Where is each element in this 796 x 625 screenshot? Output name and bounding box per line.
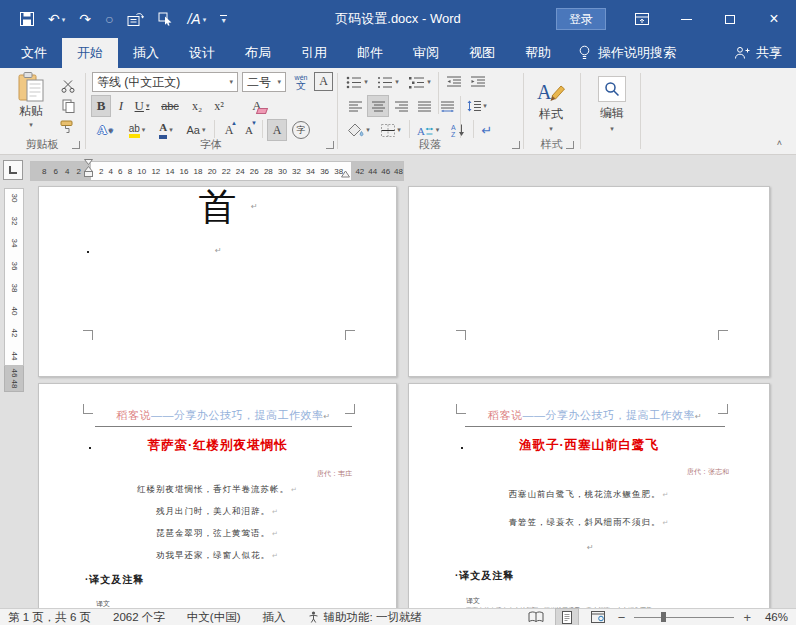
page-1[interactable]: 首: [38, 186, 397, 377]
form-refresh-icon[interactable]: [127, 12, 144, 27]
paragraph-mark: [587, 544, 594, 552]
zoom-slider[interactable]: [634, 609, 734, 625]
page3-header: 稻客说——分享办公技巧，提高工作效率: [95, 408, 352, 427]
ribbon-tab-help[interactable]: 帮助: [510, 38, 566, 68]
align-left-icon[interactable]: [345, 96, 365, 116]
page-4[interactable]: 稻客说——分享办公技巧，提高工作效率 渔歌子·西塞山前白鹭飞 唐代：张志和 西塞…: [408, 383, 770, 608]
cut-icon[interactable]: [58, 76, 78, 96]
copy-icon[interactable]: [58, 96, 78, 116]
poem-line: 青箬笠，绿蓑衣，斜风细雨不须归。: [409, 517, 769, 545]
ruler-number: 30: [278, 167, 287, 176]
increase-indent-icon[interactable]: [467, 72, 489, 92]
ruler-number: 10: [137, 167, 146, 176]
page3-section-heading: ·译文及注释: [85, 573, 144, 587]
tell-me-search[interactable]: 操作说明搜索: [566, 38, 688, 68]
svg-text:A: A: [537, 81, 552, 103]
zoom-in-button[interactable]: +: [743, 610, 751, 625]
read-mode-icon[interactable]: [525, 609, 547, 625]
sign-in-button[interactable]: 登录: [556, 8, 606, 30]
redo-icon[interactable]: ↷: [79, 12, 91, 26]
ribbon-tab-file[interactable]: 文件: [6, 38, 62, 68]
character-border-icon[interactable]: A: [314, 72, 333, 91]
tab-selector[interactable]: [3, 160, 23, 180]
multilevel-list-icon[interactable]: [406, 72, 434, 92]
justify-icon[interactable]: [414, 96, 434, 116]
ruler-number: 24: [236, 167, 245, 176]
superscript-button[interactable]: x²: [210, 96, 228, 116]
clear-formatting-icon[interactable]: A: [246, 96, 268, 116]
format-painter-icon[interactable]: [56, 116, 78, 136]
bullets-icon[interactable]: [343, 72, 371, 92]
page-2[interactable]: [408, 186, 770, 377]
editing-button[interactable]: 编辑 ▾: [592, 72, 632, 136]
language-indicator[interactable]: 中文(中国): [187, 610, 241, 625]
zoom-out-button[interactable]: −: [618, 610, 626, 625]
styles-button[interactable]: A 样式 ▾: [527, 72, 575, 138]
italic-button[interactable]: I: [114, 96, 128, 116]
indent-marker[interactable]: [84, 159, 93, 178]
vertical-ruler[interactable]: 3032343638404244 4648: [4, 188, 24, 392]
cursor-select-icon[interactable]: [158, 12, 173, 26]
strikethrough-button[interactable]: abc: [158, 96, 182, 116]
zoom-level[interactable]: 46%: [760, 611, 788, 623]
zoom-slider-thumb[interactable]: [661, 612, 666, 622]
ribbon-tab-review[interactable]: 审阅: [398, 38, 454, 68]
clipboard-dialog-launcher[interactable]: [72, 141, 80, 149]
bold-button[interactable]: B: [92, 96, 110, 116]
print-layout-icon[interactable]: [556, 609, 578, 625]
distribute-text-icon[interactable]: [437, 96, 457, 116]
ruler-number: 2: [76, 167, 80, 176]
vruler-main: 3032343638404244: [4, 188, 24, 366]
styles-dialog-launcher[interactable]: [566, 141, 574, 149]
font-size-combo[interactable]: 二号▾: [242, 72, 286, 92]
ribbon-tab-view[interactable]: 视图: [454, 38, 510, 68]
ruler-number: 48: [394, 167, 403, 176]
insert-mode-indicator[interactable]: 插入: [263, 610, 286, 625]
paste-button[interactable]: 粘贴 ▾: [8, 72, 54, 142]
poem-line: 红楼别夜堪惆怅，香灯半卷流苏帐。: [39, 484, 396, 506]
subscript-button[interactable]: x₂: [188, 96, 206, 116]
window-title: 页码设置.docx - Word: [200, 0, 596, 38]
web-layout-icon[interactable]: [587, 609, 609, 625]
save-icon[interactable]: [20, 12, 34, 26]
ribbon-display-options-icon[interactable]: [620, 0, 664, 38]
undo-icon[interactable]: ↶▾: [48, 12, 65, 26]
ruler-number: 12: [151, 167, 160, 176]
ribbon-tab-design[interactable]: 设计: [174, 38, 230, 68]
underline-button[interactable]: U: [130, 96, 154, 116]
ruler-number: 44: [10, 347, 18, 365]
accessibility-status[interactable]: 辅助功能: 一切就绪: [308, 610, 422, 625]
align-right-icon[interactable]: [391, 96, 411, 116]
minimize-button[interactable]: [664, 0, 708, 38]
word-count[interactable]: 2062 个字: [113, 610, 165, 625]
close-button[interactable]: ×: [752, 0, 796, 38]
paragraph-mark: [215, 247, 222, 255]
ruler-number: 4: [109, 167, 113, 176]
ribbon-tab-home[interactable]: 开始: [62, 38, 118, 68]
svg-text:A: A: [451, 124, 456, 131]
phonetic-guide-icon[interactable]: wén 文: [290, 71, 312, 93]
ruler-number: 46: [381, 167, 390, 176]
paragraph-group-label: 段落: [337, 137, 523, 152]
share-button[interactable]: 共享: [734, 38, 782, 68]
ruler-number: 34: [306, 167, 315, 176]
align-center-icon[interactable]: [368, 96, 388, 116]
page3-poem-title: 菩萨蛮·红楼别夜堪惆怅: [39, 437, 396, 454]
ruler-number: 16: [180, 167, 189, 176]
restore-button[interactable]: [708, 0, 752, 38]
collapse-ribbon-icon[interactable]: ˄: [777, 138, 782, 148]
paragraph-dialog-launcher[interactable]: [512, 141, 520, 149]
page-indicator[interactable]: 第 1 页，共 6 页: [8, 610, 91, 625]
decrease-indent-icon[interactable]: [443, 72, 465, 92]
page-3[interactable]: 稻客说——分享办公技巧，提高工作效率 菩萨蛮·红楼别夜堪惆怅 唐代：韦庄 红楼别…: [38, 383, 397, 608]
font-dialog-launcher[interactable]: [326, 141, 334, 149]
ribbon-tab-mailings[interactable]: 邮件: [342, 38, 398, 68]
numbering-icon[interactable]: [374, 72, 402, 92]
ribbon-tab-layout[interactable]: 布局: [230, 38, 286, 68]
ruler-number: 48: [10, 375, 18, 393]
font-name-combo[interactable]: 等线 (中文正文)▾: [92, 72, 238, 92]
ribbon-tab-insert[interactable]: 插入: [118, 38, 174, 68]
line-spacing-icon[interactable]: [464, 96, 490, 116]
right-indent-marker[interactable]: [341, 170, 350, 178]
ribbon-tab-references[interactable]: 引用: [286, 38, 342, 68]
